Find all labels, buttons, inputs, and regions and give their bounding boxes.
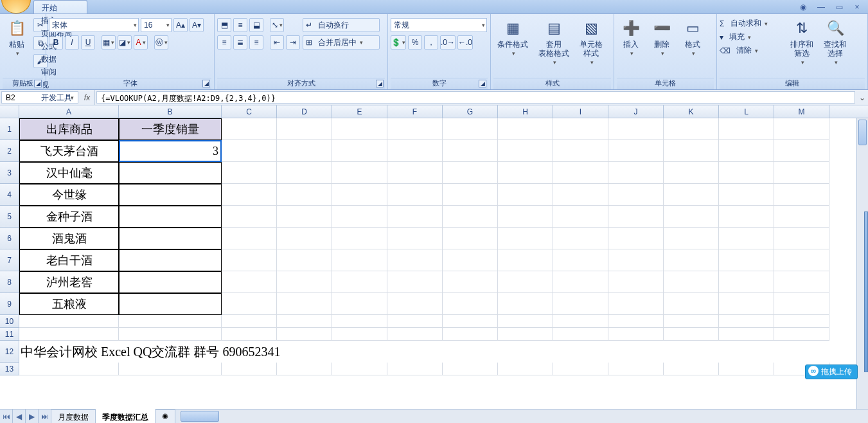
fill-button[interactable]: ▾ 填充▾ bbox=[720, 32, 784, 42]
cell[interactable] bbox=[719, 271, 774, 293]
sort-filter-button[interactable]: ⇅ 排序和 筛选▾ bbox=[786, 15, 817, 68]
column-header[interactable]: I bbox=[553, 105, 608, 118]
row-header[interactable]: 10 bbox=[0, 315, 19, 328]
autosum-button[interactable]: Σ 自动求和▾ bbox=[720, 18, 784, 29]
new-sheet-button[interactable]: ✺ bbox=[155, 410, 175, 423]
cell[interactable] bbox=[498, 118, 553, 140]
cell[interactable] bbox=[664, 206, 719, 228]
cell[interactable]: 汉中仙毫 bbox=[19, 162, 119, 184]
cell[interactable] bbox=[119, 249, 222, 271]
sheet-nav-last[interactable]: ⏭ bbox=[39, 410, 51, 423]
close-icon[interactable]: × bbox=[850, 3, 864, 12]
cell[interactable]: 今世缘 bbox=[19, 184, 119, 206]
cell[interactable] bbox=[608, 271, 664, 293]
cell[interactable] bbox=[222, 363, 277, 375]
row-header[interactable]: 7 bbox=[0, 249, 19, 271]
formula-bar-expand[interactable]: ⌄ bbox=[856, 90, 868, 105]
row-header[interactable]: 4 bbox=[0, 184, 19, 206]
decrease-decimal-button[interactable]: ←.0 bbox=[457, 35, 473, 50]
cell[interactable] bbox=[664, 228, 719, 249]
cell[interactable] bbox=[498, 328, 553, 341]
cell[interactable] bbox=[774, 140, 829, 162]
column-header[interactable]: G bbox=[443, 105, 498, 118]
cell[interactable] bbox=[498, 249, 553, 271]
cell[interactable] bbox=[774, 206, 829, 228]
cell[interactable] bbox=[498, 206, 553, 228]
cell[interactable] bbox=[608, 162, 664, 184]
cell[interactable] bbox=[277, 140, 332, 162]
sheet-tab[interactable]: 季度数据汇总 bbox=[96, 409, 155, 423]
decrease-indent-button[interactable]: ⇤ bbox=[270, 35, 284, 50]
cell[interactable]: 中华会计网校 Excel QQ交流群 群号 690652341 bbox=[19, 341, 829, 363]
comma-button[interactable]: ， bbox=[424, 35, 438, 50]
cell[interactable] bbox=[553, 228, 608, 249]
cell[interactable] bbox=[498, 363, 553, 375]
cell[interactable] bbox=[222, 206, 277, 228]
cell[interactable] bbox=[387, 118, 443, 140]
conditional-format-button[interactable]: ▦ 条件格式▾ bbox=[493, 15, 532, 59]
cell[interactable] bbox=[498, 271, 553, 293]
cell[interactable] bbox=[332, 315, 387, 328]
cell[interactable] bbox=[443, 293, 498, 315]
cell[interactable] bbox=[222, 271, 277, 293]
cell[interactable] bbox=[387, 328, 443, 341]
number-format-combo[interactable]: 常规▾ bbox=[391, 18, 487, 32]
column-header[interactable]: E bbox=[332, 105, 387, 118]
row-header[interactable]: 3 bbox=[0, 162, 19, 184]
clear-button[interactable]: ⌫ 清除▾ bbox=[720, 45, 784, 56]
cell[interactable] bbox=[443, 328, 498, 341]
merge-center-button[interactable]: ⊞ 合并后居中▾ bbox=[303, 35, 380, 50]
cell[interactable] bbox=[608, 140, 664, 162]
cell[interactable] bbox=[664, 140, 719, 162]
font-name-combo[interactable]: 宋体▾ bbox=[49, 18, 139, 32]
cell[interactable] bbox=[19, 363, 119, 375]
increase-indent-button[interactable]: ⇥ bbox=[286, 35, 300, 50]
cell[interactable] bbox=[664, 162, 719, 184]
currency-button[interactable]: 💲▾ bbox=[391, 35, 406, 50]
cell[interactable] bbox=[332, 328, 387, 341]
sheet-nav-first[interactable]: ⏮ bbox=[0, 410, 13, 423]
cell[interactable] bbox=[332, 293, 387, 315]
hscroll-thumb[interactable] bbox=[181, 411, 219, 422]
horizontal-scrollbar[interactable] bbox=[179, 410, 868, 423]
format-as-table-button[interactable]: ▤ 套用 表格格式▾ bbox=[535, 15, 573, 68]
paste-button[interactable]: 📋 粘贴 ▾ bbox=[3, 15, 31, 59]
find-select-button[interactable]: 🔍 查找和 选择▾ bbox=[820, 15, 851, 68]
cell[interactable] bbox=[719, 328, 774, 341]
side-panel-sliver[interactable] bbox=[864, 212, 868, 372]
cell[interactable]: 一季度销量 bbox=[119, 118, 222, 140]
cell[interactable] bbox=[553, 249, 608, 271]
border-button[interactable]: ▦▾ bbox=[102, 35, 116, 50]
cell[interactable] bbox=[387, 293, 443, 315]
help-icon[interactable]: ◉ bbox=[796, 3, 810, 12]
cell[interactable]: 3 bbox=[119, 140, 222, 162]
sheet-nav-next[interactable]: ▶ bbox=[26, 410, 39, 423]
cell[interactable] bbox=[608, 228, 664, 249]
cell[interactable] bbox=[332, 118, 387, 140]
percent-button[interactable]: % bbox=[408, 35, 422, 50]
font-size-combo[interactable]: 16▾ bbox=[141, 18, 172, 32]
clipboard-dialog-launcher[interactable]: ◢ bbox=[34, 80, 42, 87]
cell[interactable] bbox=[443, 184, 498, 206]
number-dialog-launcher[interactable]: ◢ bbox=[479, 80, 486, 87]
cell[interactable] bbox=[553, 363, 608, 375]
cell[interactable] bbox=[608, 184, 664, 206]
column-header[interactable]: C bbox=[222, 105, 277, 118]
cell[interactable] bbox=[443, 249, 498, 271]
row-header[interactable]: 5 bbox=[0, 206, 19, 228]
font-dialog-launcher[interactable]: ◢ bbox=[202, 80, 210, 87]
cell[interactable] bbox=[719, 363, 774, 375]
cell-styles-button[interactable]: ▧ 单元格 样式▾ bbox=[576, 15, 607, 68]
cell[interactable] bbox=[222, 328, 277, 341]
cell[interactable] bbox=[119, 293, 222, 315]
cell[interactable] bbox=[277, 184, 332, 206]
cell[interactable] bbox=[222, 293, 277, 315]
cell[interactable] bbox=[719, 315, 774, 328]
cell[interactable] bbox=[774, 228, 829, 249]
row-header[interactable]: 12 bbox=[0, 341, 19, 363]
column-header[interactable]: D bbox=[277, 105, 332, 118]
column-header[interactable]: L bbox=[719, 105, 774, 118]
cell[interactable] bbox=[443, 118, 498, 140]
grow-font-button[interactable]: A▴ bbox=[173, 18, 188, 32]
cell[interactable] bbox=[119, 162, 222, 184]
